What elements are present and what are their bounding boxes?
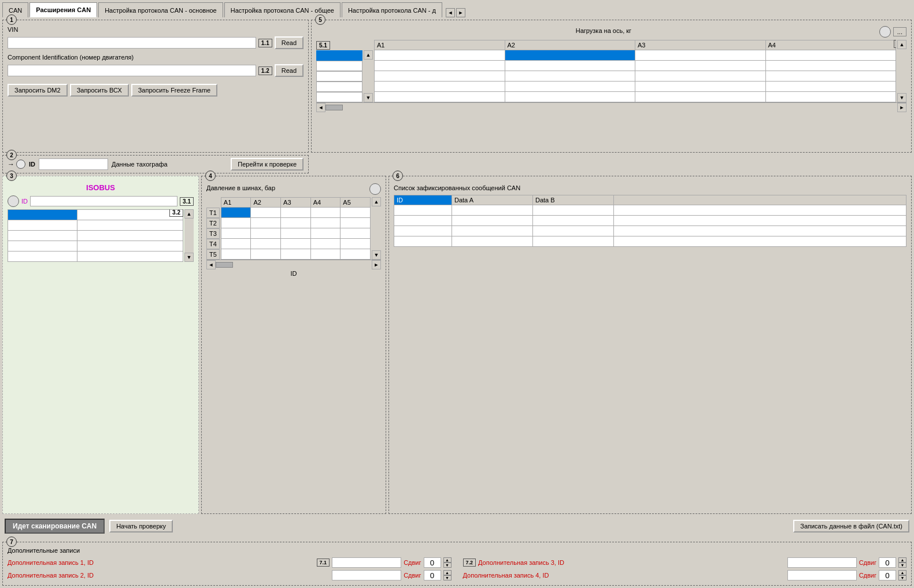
panel7-rec1-sdvig-input[interactable] bbox=[424, 557, 441, 568]
panel4-r2c5[interactable] bbox=[341, 218, 371, 228]
read1-button[interactable]: Read bbox=[275, 36, 304, 49]
tab-can-extensions[interactable]: Расширения CAN bbox=[29, 2, 97, 17]
panel3-scroll-up[interactable]: ▲ bbox=[184, 209, 194, 219]
panel5-r2c3[interactable] bbox=[635, 61, 766, 71]
panel4-scroll-down[interactable]: ▼ bbox=[372, 250, 381, 260]
request-bcx-button[interactable]: Запросить ВСХ bbox=[70, 84, 129, 97]
panel5-r4c1[interactable] bbox=[375, 82, 505, 92]
panel5-scroll-down[interactable]: ▼ bbox=[364, 93, 373, 102]
panel7-rec3-input[interactable] bbox=[787, 557, 857, 568]
panel5-r4c4[interactable] bbox=[765, 82, 896, 92]
panel4-r4c1[interactable] bbox=[221, 239, 251, 249]
panel6-r4c3[interactable] bbox=[533, 236, 614, 247]
panel5-r1c3[interactable] bbox=[635, 50, 766, 61]
panel5-ellipsis-btn[interactable]: ... bbox=[893, 27, 906, 36]
panel5-r2c4[interactable] bbox=[765, 61, 896, 71]
panel4-r4c5[interactable] bbox=[341, 239, 371, 249]
save-to-file-button[interactable]: Записать данные в файл (CAN.txt) bbox=[793, 520, 909, 532]
panel4-r3c3[interactable] bbox=[281, 228, 311, 239]
scanning-button[interactable]: Идет сканирование CAN bbox=[5, 519, 105, 534]
panel4-r3c5[interactable] bbox=[341, 228, 371, 239]
panel5-r1c1[interactable] bbox=[375, 50, 505, 61]
panel5-r5c2[interactable] bbox=[505, 92, 635, 102]
panel4-r3c1[interactable] bbox=[221, 228, 251, 239]
panel5-r3c1[interactable] bbox=[375, 71, 505, 82]
panel5-r5c1[interactable] bbox=[375, 92, 505, 102]
panel5-row5[interactable] bbox=[316, 92, 362, 102]
panel4-r5c5[interactable] bbox=[341, 249, 371, 260]
panel4-r1c5[interactable] bbox=[341, 208, 371, 218]
panel5-r4c3[interactable] bbox=[635, 82, 766, 92]
panel5-row3[interactable] bbox=[316, 71, 362, 82]
panel4-r1c4[interactable] bbox=[310, 208, 341, 218]
panel5-r4c2[interactable] bbox=[505, 82, 635, 92]
panel4-r5c3[interactable] bbox=[281, 249, 311, 260]
panel5-r5c4[interactable] bbox=[765, 92, 896, 102]
panel4-hscroll-left[interactable]: ◄ bbox=[206, 260, 216, 269]
panel5-r2c2[interactable] bbox=[505, 61, 635, 71]
panel5-hscroll-left[interactable]: ◄ bbox=[316, 103, 325, 112]
panel5-hscroll-right[interactable]: ► bbox=[897, 103, 906, 112]
tab-protocol-d[interactable]: Настройка протокола CAN - д bbox=[342, 2, 442, 17]
panel5-r1c2[interactable] bbox=[505, 50, 635, 61]
panel4-r2c2[interactable] bbox=[251, 218, 281, 228]
panel5-r3c3[interactable] bbox=[635, 71, 766, 82]
panel3-scroll-down[interactable]: ▼ bbox=[184, 253, 194, 262]
panel7-rec1-input[interactable] bbox=[332, 557, 401, 568]
panel4-r4c2[interactable] bbox=[251, 239, 281, 249]
panel6-r1c1[interactable] bbox=[394, 205, 452, 216]
panel6-r3c2[interactable] bbox=[452, 226, 533, 236]
tab-can[interactable]: CAN bbox=[2, 2, 28, 17]
panel4-r3c2[interactable] bbox=[251, 228, 281, 239]
panel7-rec2-input[interactable] bbox=[332, 570, 401, 580]
panel5-hscroll-thumb[interactable] bbox=[325, 105, 343, 110]
tab-next-button[interactable]: ► bbox=[456, 8, 465, 17]
panel3-r3c2[interactable] bbox=[77, 231, 183, 241]
panel6-r3c4[interactable] bbox=[614, 226, 906, 236]
panel4-r5c2[interactable] bbox=[251, 249, 281, 260]
panel2-check-button[interactable]: Перейти к проверке bbox=[231, 158, 304, 171]
panel4-r1c3[interactable] bbox=[281, 208, 311, 218]
panel6-r3c1[interactable] bbox=[394, 226, 452, 236]
panel6-r4c1[interactable] bbox=[394, 236, 452, 247]
panel2-radio[interactable] bbox=[16, 160, 25, 169]
panel3-r1c1[interactable] bbox=[8, 210, 77, 220]
panel2-id-input[interactable] bbox=[39, 158, 108, 170]
panel5-r1c4[interactable] bbox=[765, 50, 896, 61]
panel7-rec3-spin-up[interactable]: ▲ bbox=[898, 557, 906, 563]
panel5-r3c2[interactable] bbox=[505, 71, 635, 82]
panel6-r2c3[interactable] bbox=[533, 216, 614, 226]
panel3-circle-btn[interactable] bbox=[8, 195, 19, 207]
panel7-rec3-spin-down[interactable]: ▼ bbox=[898, 563, 906, 568]
panel3-r5c1[interactable] bbox=[8, 252, 77, 262]
panel6-r1c2[interactable] bbox=[452, 205, 533, 216]
panel3-r4c1[interactable] bbox=[8, 241, 77, 252]
panel5-r3c4[interactable] bbox=[765, 71, 896, 82]
panel3-r3c1[interactable] bbox=[8, 231, 77, 241]
panel4-hscroll-thumb[interactable] bbox=[216, 262, 233, 268]
panel7-rec2-sdvig-input[interactable] bbox=[424, 570, 441, 580]
panel6-r4c2[interactable] bbox=[452, 236, 533, 247]
panel4-scroll-up[interactable]: ▲ bbox=[372, 197, 381, 206]
panel6-r2c2[interactable] bbox=[452, 216, 533, 226]
panel4-r2c4[interactable] bbox=[310, 218, 341, 228]
panel6-r1c3[interactable] bbox=[533, 205, 614, 216]
panel5-r2c1[interactable] bbox=[375, 61, 505, 71]
panel5-rscroll-up[interactable]: ▲ bbox=[897, 40, 906, 49]
comp-id-input[interactable] bbox=[8, 65, 256, 76]
panel3-r5c2[interactable] bbox=[77, 252, 183, 262]
panel5-rscroll-down[interactable]: ▼ bbox=[897, 93, 906, 102]
panel5-selected-row[interactable] bbox=[316, 50, 362, 61]
panel4-r4c4[interactable] bbox=[310, 239, 341, 249]
panel4-hscroll-right[interactable]: ► bbox=[372, 260, 381, 269]
panel7-rec2-spin-up[interactable]: ▲ bbox=[443, 570, 452, 575]
panel5-row2[interactable] bbox=[316, 61, 362, 71]
panel3-r4c2[interactable] bbox=[77, 241, 183, 252]
panel7-rec4-sdvig-input[interactable] bbox=[879, 570, 896, 580]
panel4-r3c4[interactable] bbox=[310, 228, 341, 239]
panel4-r1c1[interactable] bbox=[221, 208, 251, 218]
panel3-r2c1[interactable] bbox=[8, 220, 77, 231]
panel3-r2c2[interactable] bbox=[77, 220, 183, 231]
panel5-r5c3[interactable] bbox=[635, 92, 766, 102]
panel4-r2c1[interactable] bbox=[221, 218, 251, 228]
